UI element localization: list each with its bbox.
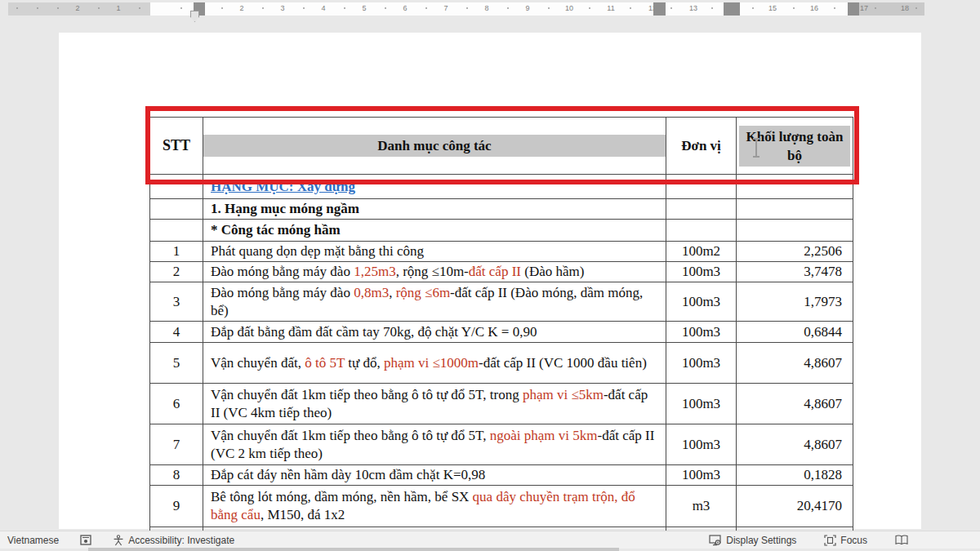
header-stt[interactable]: STT	[150, 118, 203, 175]
header-danh-muc[interactable]: Danh mục công tác	[203, 118, 666, 175]
cell-danh-muc[interactable]: Vận chuyển đất 1km tiếp theo bằng ô tô t…	[203, 424, 666, 465]
taskbar-edge	[88, 548, 619, 551]
cell-don-vi[interactable]	[666, 220, 737, 242]
macro-record-icon	[80, 535, 91, 545]
header-don-vi[interactable]: Đơn vị	[666, 118, 737, 175]
cell-khoi-luong[interactable]: 4,8607	[737, 343, 853, 384]
header-khoi-luong[interactable]: Khối lượng toàn bộ	[737, 118, 853, 175]
cell-don-vi[interactable]	[666, 199, 737, 220]
focus-icon	[824, 535, 836, 546]
text-segment: 1. Hạng mục móng ngầm	[211, 201, 359, 216]
ruler-number: 1	[116, 4, 120, 12]
cell-don-vi[interactable]: 100m3	[666, 322, 737, 343]
text-segment: tự đổ,	[345, 355, 384, 371]
cell-danh-muc[interactable]: Vận chuyển đất 1km tiếp theo bằng ô tô t…	[203, 384, 666, 424]
cell-stt[interactable]: 4	[150, 322, 203, 343]
cell-khoi-luong[interactable]: 4,8607	[737, 384, 853, 424]
cell-khoi-luong[interactable]: 0,1828	[737, 465, 853, 486]
cell-don-vi[interactable]: 100m2	[666, 242, 737, 262]
ruler-column-marker[interactable]	[653, 2, 666, 16]
cell-don-vi[interactable]: 100m3	[666, 282, 737, 322]
cell-stt[interactable]: 2	[150, 262, 203, 282]
cell-stt[interactable]: 6	[150, 384, 203, 424]
cell-danh-muc[interactable]: Phát quang dọn dẹp mặt bằng thi công	[203, 242, 666, 262]
table-row: 1. Hạng mục móng ngầm	[150, 199, 853, 220]
cell-khoi-luong[interactable]: 20,4170	[737, 486, 853, 527]
cell-danh-muc[interactable]: Đắp đất bằng đầm đất cầm tay 70kg, độ ch…	[203, 322, 666, 343]
focus-label: Focus	[840, 535, 867, 546]
cell-stt[interactable]	[150, 220, 203, 242]
ruler-column-marker[interactable]	[848, 2, 859, 16]
macro-record-button[interactable]	[80, 535, 91, 545]
text-cursor	[755, 140, 757, 156]
ruler-number: 5	[362, 4, 366, 12]
cell-stt[interactable]: 9	[150, 486, 203, 527]
text-segment: , M150, đá 1x2	[261, 507, 345, 522]
cell-stt[interactable]: 5	[150, 343, 203, 384]
read-mode-icon	[895, 535, 908, 545]
table-row: * Công tác móng hầm	[150, 220, 853, 242]
cell-khoi-luong[interactable]: 0,6844	[737, 322, 853, 343]
ruler-number: 18	[901, 4, 909, 12]
cell-danh-muc[interactable]: Bê tông lót móng, dầm móng, nền hầm, bể …	[203, 486, 666, 527]
cell-don-vi[interactable]: 100m3	[666, 424, 737, 465]
accessibility-checker[interactable]: Accessibility: Investigate	[113, 535, 234, 546]
table-row: 4Đắp đất bằng đầm đất cầm tay 70kg, độ c…	[150, 322, 853, 343]
ruler-number: 4	[321, 4, 325, 12]
cell-khoi-luong[interactable]	[737, 220, 853, 242]
cell-don-vi[interactable]: m3	[666, 486, 737, 527]
cell-danh-muc[interactable]: Vận chuyển đất, ô tô 5T tự đổ, phạm vi ≤…	[203, 343, 666, 384]
cell-khoi-luong[interactable]: 4,8607	[737, 424, 853, 465]
text-segment: Bê tông lót móng, dầm móng, nền hầm, bể …	[211, 489, 473, 504]
cell-khoi-luong[interactable]	[737, 175, 853, 199]
ruler-number: 9	[525, 4, 529, 12]
cell-don-vi[interactable]	[666, 175, 737, 199]
header-highlight-band: Danh mục công tác	[203, 135, 666, 157]
cell-don-vi[interactable]: 100m3	[666, 262, 737, 282]
cell-stt[interactable]: 3	[150, 282, 203, 322]
text-segment-red: ô tô 5T	[305, 355, 345, 371]
table-row: 9Bê tông lót móng, dầm móng, nền hầm, bể…	[150, 486, 853, 527]
indent-marker-icon[interactable]	[190, 11, 199, 22]
cell-danh-muc[interactable]: * Công tác móng hầm	[203, 220, 666, 242]
table-row: 2Đào móng bằng máy đào 1,25m3, rộng ≤10m…	[150, 262, 853, 282]
cell-khoi-luong[interactable]: 2,2506	[737, 242, 853, 262]
cell-don-vi[interactable]: 100m3	[666, 343, 737, 384]
display-settings-label: Display Settings	[726, 535, 796, 546]
cell-stt[interactable]: 1	[150, 242, 203, 262]
table-body: HẠNG MỤC: Xây dựng1. Hạng mục móng ngầm*…	[150, 175, 853, 532]
text-segment-red: rộng ≤6m	[396, 285, 450, 300]
cell-danh-muc[interactable]: Đào móng bằng máy đào 1,25m3, rộng ≤10m-…	[203, 262, 666, 282]
cell-stt[interactable]: 7	[150, 424, 203, 465]
text-segment: Đắp cát đáy nền hầm dày 10cm đầm chặt K=…	[211, 467, 485, 482]
text-segment: Vận chuyển đất,	[211, 355, 305, 371]
cell-khoi-luong[interactable]	[737, 199, 853, 220]
cell-don-vi[interactable]: 100m3	[666, 384, 737, 424]
cell-stt[interactable]	[150, 199, 203, 220]
text-segment-red: phạm vi ≤5km	[523, 387, 604, 402]
work-items-table: STT Danh mục công tác Đơn vị Khối lượng …	[149, 117, 853, 532]
language-indicator[interactable]: Vietnamese	[7, 535, 59, 546]
cell-danh-muc[interactable]: HẠNG MỤC: Xây dựng	[203, 175, 666, 199]
text-segment: Đào móng bằng máy đào	[211, 285, 354, 300]
ruler-number: 10	[565, 4, 573, 12]
cell-danh-muc[interactable]: Đào móng bằng máy đào 0,8m3, rộng ≤6m-đấ…	[203, 282, 666, 322]
text-segment: Vận chuyển đất 1km tiếp theo bằng ô tô t…	[211, 387, 523, 402]
cell-khoi-luong[interactable]: 3,7478	[737, 262, 853, 282]
read-mode-button[interactable]	[895, 535, 908, 545]
text-segment: , rộng ≤10m-	[396, 264, 469, 279]
cell-danh-muc[interactable]: 1. Hạng mục móng ngầm	[203, 199, 666, 220]
cell-stt[interactable]	[150, 175, 203, 199]
horizontal-ruler[interactable]: 211234567891011121315161718	[0, 0, 980, 18]
table-row: 5Vận chuyển đất, ô tô 5T tự đổ, phạm vi …	[150, 343, 853, 384]
display-settings-button[interactable]: Display Settings	[709, 535, 796, 546]
ruler-column-marker[interactable]	[724, 2, 740, 16]
cell-stt[interactable]: 8	[150, 465, 203, 486]
text-segment-red: 1,25m3	[354, 264, 395, 279]
cell-khoi-luong[interactable]: 1,7973	[737, 282, 853, 322]
cell-don-vi[interactable]: 100m3	[666, 465, 737, 486]
ruler-number: 8	[484, 4, 488, 12]
focus-button[interactable]: Focus	[824, 535, 867, 546]
text-segment-red: đất cấp II	[469, 264, 521, 279]
cell-danh-muc[interactable]: Đắp cát đáy nền hầm dày 10cm đầm chặt K=…	[203, 465, 666, 486]
